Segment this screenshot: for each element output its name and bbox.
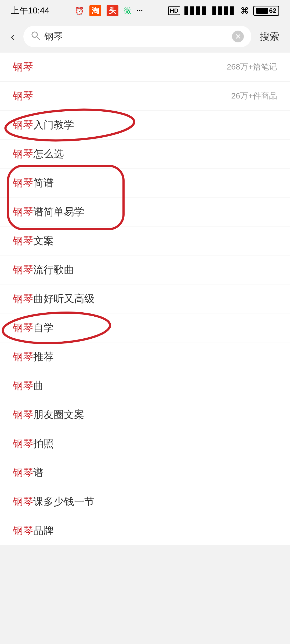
item-label: 钢琴怎么选 (13, 147, 64, 161)
item-label: 钢琴 (13, 60, 33, 74)
list-item[interactable]: 钢琴谱简单易学 (0, 197, 290, 226)
list-item[interactable]: 钢琴品牌 (0, 516, 290, 545)
item-label: 钢琴谱 (13, 466, 44, 480)
battery-fill (256, 8, 268, 14)
wifi-icon: ⌘ (240, 6, 249, 16)
battery-level: 62 (269, 7, 276, 14)
signal-icon2: ▋▋▋▋ (212, 6, 236, 15)
item-label: 钢琴品牌 (13, 524, 54, 537)
search-bar-container: 钢琴 ✕ (23, 26, 251, 47)
list-item[interactable]: 钢琴268万+篇笔记 (0, 53, 290, 82)
item-label: 钢琴朋友圈文案 (13, 408, 84, 422)
status-time: 上午10:44 (11, 5, 49, 17)
list-item[interactable]: 钢琴谱 (0, 458, 290, 487)
item-label: 钢琴曲好听又高级 (13, 292, 95, 306)
item-label: 钢琴流行歌曲 (13, 263, 74, 277)
list-item[interactable]: 钢琴曲好听又高级 (0, 284, 290, 313)
search-submit-button[interactable]: 搜索 (258, 30, 281, 43)
search-area: ‹ 钢琴 ✕ 搜索 (0, 21, 290, 52)
list-item[interactable]: 钢琴朋友圈文案 (0, 400, 290, 429)
taobao-icon: 淘 (89, 5, 101, 16)
back-button[interactable]: ‹ (9, 30, 17, 43)
item-badge: 26万+件商品 (231, 90, 277, 101)
status-bar: 上午10:44 ⏰ 淘 头 微 ··· HD ▋▋▋▋ ▋▋▋▋ ⌘ 62 (0, 0, 290, 21)
item-label: 钢琴拍照 (13, 437, 54, 451)
page-wrapper: 上午10:44 ⏰ 淘 头 微 ··· HD ▋▋▋▋ ▋▋▋▋ ⌘ 62 ‹ (0, 0, 290, 545)
item-badge: 268万+篇笔记 (227, 61, 277, 72)
item-label: 钢琴文案 (13, 234, 54, 248)
search-icon (31, 31, 40, 42)
battery-indicator: 62 (253, 6, 279, 16)
item-label: 钢琴 (13, 89, 33, 103)
item-label: 钢琴曲 (13, 379, 44, 393)
more-icon: ··· (137, 6, 143, 15)
clear-button[interactable]: ✕ (232, 31, 244, 42)
results-list: 钢琴268万+篇笔记钢琴26万+件商品钢琴入门教学钢琴怎么选钢琴简谱钢琴谱简单易… (0, 53, 290, 545)
wechat-icon: 微 (124, 6, 131, 16)
toutiao-icon: 头 (107, 5, 118, 16)
item-label: 钢琴简谱 (13, 176, 54, 190)
item-label: 钢琴课多少钱一节 (13, 495, 95, 508)
list-item[interactable]: 钢琴流行歌曲 (0, 255, 290, 284)
list-item[interactable]: 钢琴入门教学 (0, 111, 290, 140)
svg-line-1 (37, 37, 39, 39)
signal-icon: ▋▋▋▋ (184, 6, 208, 15)
list-item[interactable]: 钢琴拍照 (0, 429, 290, 458)
hd-badge: HD (168, 6, 180, 15)
item-label: 钢琴入门教学 (13, 118, 74, 132)
list-item[interactable]: 钢琴文案 (0, 226, 290, 255)
search-input[interactable]: 钢琴 (44, 30, 228, 43)
list-item[interactable]: 钢琴简谱 (0, 169, 290, 197)
list-item[interactable]: 钢琴自学 (0, 313, 290, 342)
status-right: HD ▋▋▋▋ ▋▋▋▋ ⌘ 62 (168, 6, 279, 16)
alarm-icon: ⏰ (75, 6, 84, 15)
list-item[interactable]: 钢琴推荐 (0, 342, 290, 371)
item-label: 钢琴自学 (13, 321, 54, 335)
list-item[interactable]: 钢琴26万+件商品 (0, 82, 290, 111)
list-item[interactable]: 钢琴课多少钱一节 (0, 487, 290, 516)
list-item[interactable]: 钢琴怎么选 (0, 140, 290, 169)
list-item[interactable]: 钢琴曲 (0, 371, 290, 400)
item-label: 钢琴谱简单易学 (13, 205, 84, 219)
item-label: 钢琴推荐 (13, 350, 54, 364)
